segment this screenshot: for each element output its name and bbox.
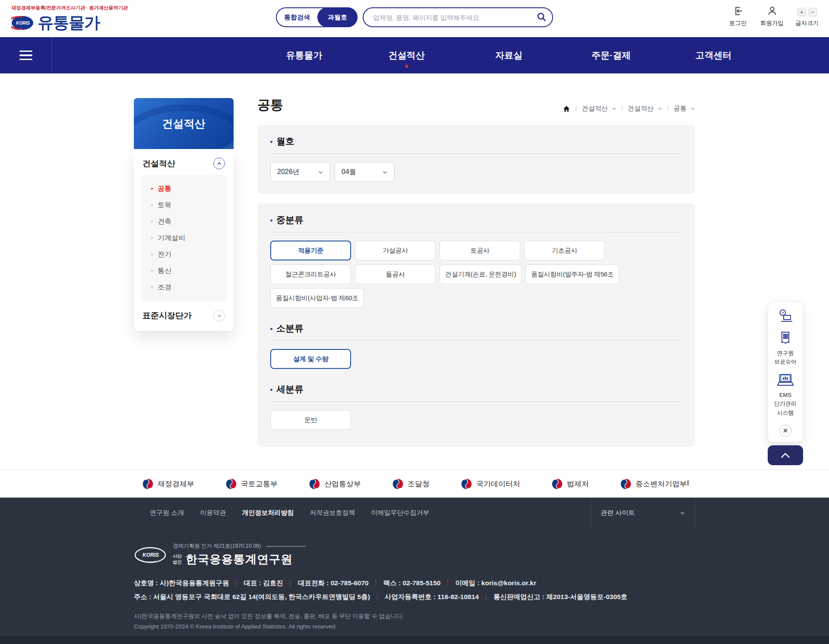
sidebar-item[interactable]: 기계설비	[141, 230, 227, 246]
footer-info-item: 사업자등록번호 : 116-82-10814	[370, 593, 479, 600]
mid-category-button[interactable]: 건설기계(손료, 운전경비)	[440, 264, 522, 284]
chevron-up-icon	[217, 161, 222, 166]
chevron-down-icon	[690, 106, 695, 111]
site-logo[interactable]: 재정경제부등록/전문가격조사기관 · 원가계산용역기관 KORIS 유통물가	[11, 5, 128, 34]
partner-name: 법제처	[567, 479, 589, 489]
breadcrumb-item[interactable]: 공통	[674, 105, 695, 113]
font-decrease-button[interactable]: −	[808, 8, 817, 16]
brochure-button[interactable]: 연구원 브로슈어	[774, 331, 797, 366]
footer-copyright: Copyright 1970-2024 © Korea Institute of…	[134, 623, 695, 630]
footer-info-item: 통신판매업신고 : 제2013-서울영등포-0305호	[479, 593, 627, 600]
mid-category-button[interactable]: 돌공사	[355, 264, 436, 284]
mid-category-button[interactable]: 토공사	[440, 241, 520, 260]
footer-info-item: 이메일 : koris@koris.or.kr	[440, 579, 536, 587]
font-size-label: 글자크기	[795, 19, 819, 27]
mid-category-button[interactable]: 적용기준	[270, 241, 351, 260]
section-bullet	[270, 389, 272, 391]
chevron-down-icon	[612, 106, 617, 111]
sidebar-item[interactable]: 공통	[141, 181, 227, 197]
breadcrumb-separator: /	[667, 105, 669, 112]
classification-section: 중분류 적용기준 가설공사 토공사 기초공사 철근콘크리트공사 돌공사 건설기계…	[257, 203, 695, 447]
detail-category-buttons: 운반	[270, 410, 682, 430]
taegeuk-icon	[392, 478, 404, 490]
month-section-title: 월호	[276, 135, 294, 147]
scroll-to-top-button[interactable]	[768, 445, 803, 465]
mid-section-title: 중분류	[276, 214, 304, 226]
partner-logo[interactable]: 법제처	[551, 478, 589, 490]
expand-button[interactable]	[213, 310, 225, 321]
collapse-button[interactable]	[213, 158, 225, 169]
nav-item[interactable]: 자료실	[458, 37, 560, 73]
page-title: 공통	[257, 96, 283, 114]
footer-notice: 사)한국응용통계연구원의 사전 승낙 없이 모든 정보를 복제, 전송, 출판,…	[134, 612, 695, 620]
breadcrumb-item[interactable]: 건설적산	[628, 105, 662, 113]
footer-info-item: 대표전화 : 02-785-6070	[283, 579, 369, 587]
partner-logo[interactable]: 국토교통부	[225, 478, 278, 490]
login-button[interactable]: 로그인	[727, 6, 749, 27]
related-sites-select[interactable]: 관련 사이트	[591, 498, 695, 528]
sidebar-group-standard-price[interactable]: 표준시장단가	[134, 301, 234, 327]
month-select[interactable]: 04월	[335, 162, 395, 182]
partner-logo[interactable]: 재정경제부	[142, 478, 194, 490]
sidebar-item[interactable]: 건축	[141, 213, 227, 230]
sidebar-item[interactable]: 전기	[141, 246, 227, 263]
small-section-title: 소분류	[276, 322, 304, 334]
partner-name: 국가데이터처	[476, 479, 520, 489]
search-area: 통합검색 과월호	[276, 7, 553, 27]
ems-icon	[777, 374, 794, 387]
footer-link[interactable]: 개인정보처리방침	[226, 509, 294, 517]
footer-link[interactable]: 이용약관	[184, 509, 226, 517]
footer-link[interactable]: 저작권보호정책	[294, 509, 355, 517]
sidebar-group-construction[interactable]: 건설적산	[134, 151, 234, 174]
partner-logo-strip: 재정경제부 국토교통부 산업통상부	[0, 470, 829, 498]
main-navbar: 유통물가 건설적산 자료실 주문·결제 고객센터	[0, 37, 829, 73]
sidebar-menu: 공통 토목 건축 기계설비 전기 통신 조경	[141, 174, 227, 301]
toggle-integrated-search[interactable]: 통합검색	[277, 13, 317, 22]
ems-label: EMS 단가관리 시스템	[774, 391, 797, 417]
nav-item[interactable]: 건설적산	[355, 37, 458, 73]
sidebar-item[interactable]: 조경	[141, 279, 227, 295]
breadcrumb-item[interactable]: 건설적산	[582, 105, 617, 113]
signup-button[interactable]: 회원가입	[760, 6, 784, 27]
footer-link[interactable]: 연구원 소개	[134, 509, 184, 517]
person-icon	[767, 6, 778, 16]
partner-logo[interactable]: 조달청	[392, 478, 430, 490]
small-category-button[interactable]: 설계 및 수량	[270, 349, 351, 369]
menu-button[interactable]	[0, 37, 52, 73]
search-mode-toggle[interactable]: 통합검색 과월호	[276, 7, 358, 27]
home-icon[interactable]	[563, 105, 570, 113]
ems-system-button[interactable]: EMS 단가관리 시스템	[774, 374, 797, 417]
carousel-pause-button[interactable]: ‖	[687, 479, 694, 487]
breadcrumb-separator: /	[575, 105, 577, 112]
nav-item-label: 건설적산	[389, 49, 425, 61]
mid-category-button[interactable]: 가설공사	[355, 241, 436, 260]
sidebar-group-title: 건설적산	[142, 158, 175, 169]
detail-category-button[interactable]: 운반	[270, 410, 351, 430]
partner-logo[interactable]: 산업통상부	[309, 478, 361, 490]
chevron-down-icon	[217, 313, 222, 318]
search-input[interactable]	[363, 7, 553, 27]
sidebar-item[interactable]: 토목	[141, 197, 227, 213]
search-button[interactable]	[536, 12, 547, 23]
remote-support-icon: ?	[778, 309, 793, 324]
nav-item[interactable]: 유통물가	[253, 37, 355, 73]
remote-support-button[interactable]: ?	[778, 309, 793, 324]
mid-category-button[interactable]: 품질시험비(사업자-법 제60조	[270, 288, 364, 308]
font-increase-button[interactable]: +	[797, 8, 806, 16]
toggle-back-issue[interactable]: 과월호	[317, 7, 358, 27]
divider	[270, 232, 682, 232]
quick-panel-close-button[interactable]	[779, 425, 791, 437]
sidebar-item[interactable]: 통신	[141, 263, 227, 279]
year-select[interactable]: 2026년	[270, 162, 330, 182]
svg-text:KORIS: KORIS	[142, 552, 159, 558]
nav-item[interactable]: 주문·결제	[560, 37, 662, 73]
mid-category-button[interactable]: 기초공사	[524, 241, 605, 260]
partner-logo[interactable]: 중소벤처기업부	[620, 478, 687, 490]
svg-text:KORIS: KORIS	[16, 21, 30, 25]
mid-category-button[interactable]: 품질시험비(발주자-법 제56조	[525, 264, 619, 284]
footer-link[interactable]: 이메일무단수집거부	[355, 509, 429, 517]
mid-category-button[interactable]: 철근콘크리트공사	[270, 264, 351, 284]
nav-item[interactable]: 고객센터	[662, 37, 765, 73]
breadcrumb-item-label: 건설적산	[582, 105, 608, 113]
partner-logo[interactable]: 국가데이터처	[461, 478, 520, 490]
